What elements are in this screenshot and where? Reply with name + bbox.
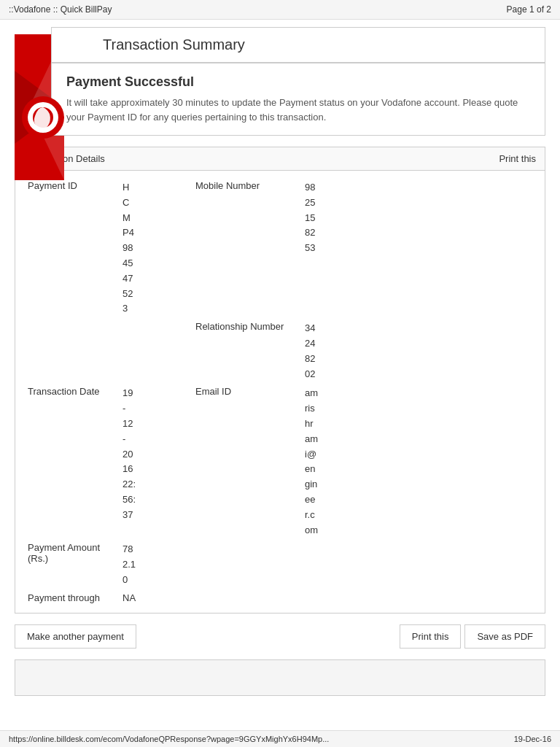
make-another-payment-button[interactable]: Make another payment — [15, 624, 136, 649]
transaction-date-label: Transaction Date — [24, 384, 119, 540]
table-row: Payment Amount (Rs.) 782.10 — [24, 540, 536, 589]
relationship-value: 34248202 — [301, 319, 536, 384]
payment-amount-value: 782.10 — [119, 540, 192, 589]
email-id-value: amrishrami@engineer.com — [301, 384, 536, 540]
table-row: Payment through NA — [24, 590, 536, 605]
transaction-date-value: 19-12-201622:56:37 — [119, 384, 192, 540]
empty-label — [24, 319, 119, 384]
empty-value — [119, 319, 192, 384]
footer-date: 19-Dec-16 — [514, 735, 551, 743]
payment-id-label: Payment ID — [24, 178, 119, 319]
empty-label2 — [192, 540, 301, 589]
print-this-button[interactable]: Print this — [400, 624, 462, 649]
mobile-number-label: Mobile Number — [192, 178, 301, 319]
save-as-pdf-button[interactable]: Save as PDF — [464, 624, 545, 649]
email-id-label: Email ID — [192, 384, 301, 540]
page-header: Transaction Summary — [51, 27, 545, 63]
payment-id-value: HCMP4984547523 — [119, 178, 192, 319]
main-content: Transaction Summary Payment Successful I… — [0, 20, 560, 714]
bottom-box — [15, 659, 545, 696]
success-message: It will take approximately 30 minutes to… — [66, 96, 530, 124]
transaction-details-box: Transaction Details Print this Payment I… — [15, 147, 545, 614]
print-this-header-link[interactable]: Print this — [499, 153, 536, 164]
page-title: Transaction Summary — [103, 36, 245, 53]
table-row: Relationship Number 34248202 — [24, 319, 536, 384]
mobile-number-value: 9825158253 — [301, 178, 536, 319]
vodafone-logo — [22, 96, 64, 141]
footer-url: https://online.billdesk.com/ecom/Vodafon… — [9, 735, 329, 743]
relationship-label: Relationship Number — [192, 319, 301, 384]
table-row: Transaction Date 19-12-201622:56:37 Emai… — [24, 384, 536, 540]
success-box: Payment Successful It will take approxim… — [51, 63, 545, 136]
right-button-group: Print this Save as PDF — [400, 624, 545, 649]
action-buttons: Make another payment Print this Save as … — [15, 624, 545, 649]
details-table: Payment ID HCMP4984547523 Mobile Number … — [24, 178, 536, 605]
page-footer: https://online.billdesk.com/ecom/Vodafon… — [0, 730, 560, 747]
payment-through-value: NA — [119, 590, 192, 605]
page-info: Page 1 of 2 — [507, 4, 551, 15]
top-bar: ::Vodafone :: Quick BillPay Page 1 of 2 — [0, 0, 560, 20]
payment-through-label: Payment through — [24, 590, 119, 605]
transaction-body: Payment ID HCMP4984547523 Mobile Number … — [15, 171, 545, 613]
transaction-header: Transaction Details Print this — [15, 147, 545, 171]
payment-amount-label: Payment Amount (Rs.) — [24, 540, 119, 589]
table-row: Payment ID HCMP4984547523 Mobile Number … — [24, 178, 536, 319]
app-title: ::Vodafone :: Quick BillPay — [9, 4, 112, 15]
success-title: Payment Successful — [66, 74, 530, 90]
empty-value2 — [301, 540, 536, 589]
